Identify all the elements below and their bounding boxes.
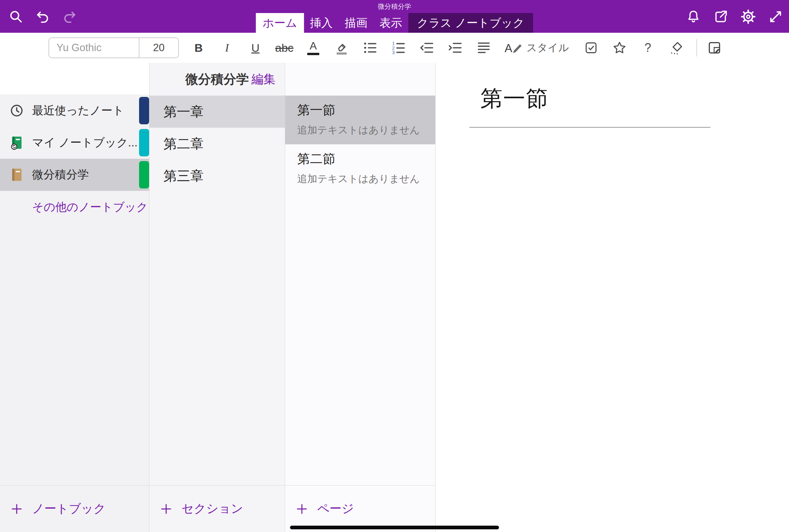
numbered-list-button[interactable]: 123 xyxy=(390,37,407,59)
fullscreen-icon xyxy=(768,9,783,24)
redo-button[interactable] xyxy=(61,8,78,25)
page-title: 第二節 xyxy=(297,150,429,167)
lasso-select-button[interactable] xyxy=(668,37,685,59)
italic-button[interactable]: I xyxy=(218,37,236,59)
sidebar-item-label: マイ ノートブック... xyxy=(32,135,137,150)
outdent-button[interactable] xyxy=(418,37,436,59)
lasso-select-icon xyxy=(668,40,684,56)
clock-icon xyxy=(9,102,25,119)
pages-top-spacer xyxy=(285,63,435,96)
sidebar-item-label: 微分積分学 xyxy=(32,167,89,183)
side-note-button[interactable] xyxy=(706,37,723,59)
indent-button[interactable] xyxy=(447,37,464,59)
font-color-icon: A xyxy=(309,40,317,51)
styles-label: スタイル xyxy=(527,41,569,55)
page-title: 第一節 xyxy=(297,101,429,119)
star-tag-button[interactable] xyxy=(611,37,628,59)
more-notebooks-link[interactable]: その他のノートブック xyxy=(0,200,149,215)
svg-text:3: 3 xyxy=(392,50,395,55)
search-icon xyxy=(8,9,24,24)
sections-column: 微分積分学 編集 第一章 第二章 第三章 セクション xyxy=(149,63,285,532)
plus-icon xyxy=(295,502,308,516)
todo-tag-button[interactable] xyxy=(582,37,600,59)
bold-button[interactable]: B xyxy=(190,37,207,59)
document-title: 微分積分学 xyxy=(0,2,789,11)
titlebar-left-actions xyxy=(7,8,78,25)
tab-draw[interactable]: 描画 xyxy=(339,13,373,33)
font-size-select[interactable]: 20 xyxy=(139,38,178,57)
format-toolbar: Yu Gothic 20 B I U abc A 123 A xyxy=(0,33,789,63)
outdent-icon xyxy=(419,40,435,56)
align-button[interactable] xyxy=(475,37,492,59)
sidebar-item-calculus-notebook[interactable]: 微分積分学 xyxy=(0,159,149,191)
section-item-chapter1[interactable]: 第一章 xyxy=(149,96,285,128)
pages-column: 第一節 追加テキストはありません 第二節 追加テキストはありません ページ xyxy=(285,63,436,532)
add-notebook-label: ノートブック xyxy=(32,500,106,517)
share-button[interactable] xyxy=(712,8,730,25)
add-section-button[interactable]: セクション xyxy=(149,485,285,532)
section-item-chapter3[interactable]: 第三章 xyxy=(149,160,285,192)
onenote-app: 微分積分学 ホーム 挿入 描画 表示 クラス ノートブック xyxy=(0,0,789,532)
indent-icon xyxy=(447,40,463,56)
add-notebook-button[interactable]: ノートブック xyxy=(0,485,149,532)
font-color-button[interactable]: A xyxy=(304,37,322,59)
fullscreen-button[interactable] xyxy=(767,8,784,25)
sidebar-item-my-notebooks[interactable]: マイ ノートブック... xyxy=(0,127,149,159)
undo-button[interactable] xyxy=(34,8,52,25)
help-button[interactable]: ? xyxy=(639,37,657,59)
italic-icon: I xyxy=(225,42,229,54)
add-page-label: ページ xyxy=(317,500,354,517)
home-indicator[interactable] xyxy=(290,526,499,529)
notebook-sync-icon xyxy=(9,135,25,151)
sidebar-item-label: 最近使ったノート xyxy=(32,103,124,118)
question-icon: ? xyxy=(644,41,651,55)
bullet-list-button[interactable] xyxy=(361,37,379,59)
styles-button[interactable]: A スタイル xyxy=(505,37,569,59)
align-icon xyxy=(476,40,492,56)
ribbon-tabs: ホーム 挿入 描画 表示 クラス ノートブック xyxy=(256,13,533,33)
share-icon xyxy=(713,9,729,24)
sidebar-top-spacer xyxy=(0,63,149,95)
settings-button[interactable] xyxy=(739,8,757,25)
notebook-icon xyxy=(9,167,25,183)
strikethrough-button[interactable]: abc xyxy=(275,37,294,59)
page-title-heading[interactable]: 第一節 xyxy=(481,83,789,114)
highlighter-icon xyxy=(334,40,350,56)
page-subtitle: 追加テキストはありません xyxy=(297,172,429,186)
bell-icon xyxy=(686,9,701,24)
sections-header: 微分積分学 編集 xyxy=(149,63,285,96)
tab-insert[interactable]: 挿入 xyxy=(304,13,339,33)
notebook-color-tab xyxy=(139,97,149,124)
plus-icon xyxy=(159,502,173,516)
add-page-button[interactable]: ページ xyxy=(285,485,435,532)
page-item-section1[interactable]: 第一節 追加テキストはありません xyxy=(285,96,435,144)
font-color-bar xyxy=(307,53,319,55)
sidebar-item-recent-notes[interactable]: 最近使ったノート xyxy=(0,95,149,127)
underline-icon: U xyxy=(251,42,260,54)
titlebar: 微分積分学 ホーム 挿入 描画 表示 クラス ノートブック xyxy=(0,0,789,33)
section-item-chapter2[interactable]: 第二章 xyxy=(149,128,285,160)
font-name-select[interactable]: Yu Gothic xyxy=(49,42,139,54)
tab-class-notebook[interactable]: クラス ノートブック xyxy=(408,13,533,33)
underline-button[interactable]: U xyxy=(247,37,264,59)
highlighter-button[interactable] xyxy=(333,37,350,59)
titlebar-right-actions xyxy=(685,8,784,25)
numbered-list-icon: 123 xyxy=(391,40,407,56)
gear-icon xyxy=(740,9,756,25)
edit-button[interactable]: 編集 xyxy=(251,71,276,88)
page-content: 第一節 xyxy=(436,63,789,532)
redo-icon xyxy=(62,9,77,24)
star-icon xyxy=(612,40,627,55)
page-item-section2[interactable]: 第二節 追加テキストはありません xyxy=(285,144,435,193)
strikethrough-icon: abc xyxy=(275,42,294,54)
tab-home[interactable]: ホーム xyxy=(256,13,304,33)
search-button[interactable] xyxy=(7,8,25,25)
notebook-color-tab xyxy=(139,129,149,156)
font-control[interactable]: Yu Gothic 20 xyxy=(49,37,179,58)
notifications-button[interactable] xyxy=(685,8,702,25)
tab-view[interactable]: 表示 xyxy=(373,13,408,33)
toolbar-separator xyxy=(696,39,697,56)
sections-header-title: 微分積分学 xyxy=(186,71,249,88)
undo-icon xyxy=(35,9,51,24)
title-divider xyxy=(469,127,710,128)
